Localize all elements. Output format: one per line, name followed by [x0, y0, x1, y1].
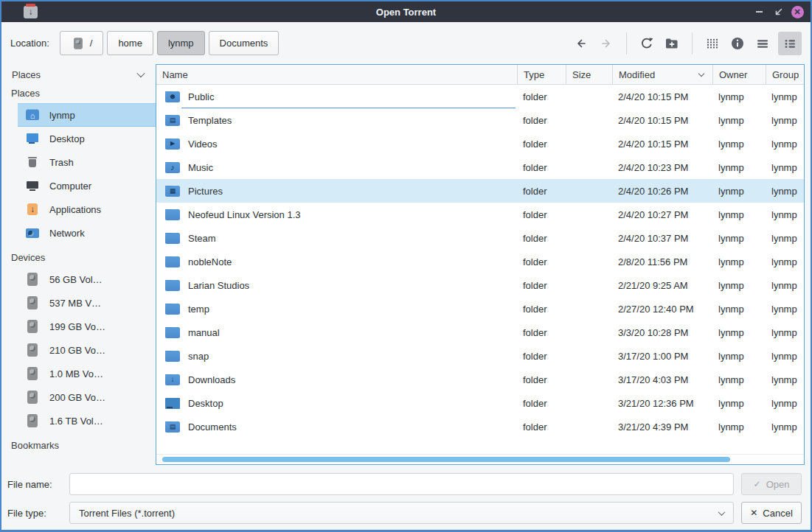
file-group: lynmp — [766, 421, 804, 433]
table-row[interactable]: Templates folder 2/4/20 10:15 PM lynmp l… — [156, 108, 804, 132]
folder-icon — [165, 327, 180, 338]
icon-view-button[interactable] — [703, 34, 722, 53]
file-name: Public — [188, 91, 214, 102]
column-header-modified[interactable]: Modified — [612, 65, 712, 84]
devices-list: 56 GB Vol… 537 MB V… 199 GB Vo… — [1, 267, 156, 433]
maximize-button[interactable] — [771, 4, 785, 19]
sidebar-item[interactable]: Desktop — [1, 127, 156, 150]
short-list-button[interactable] — [753, 34, 772, 53]
titlebar: Open Torrent ✕ — [1, 1, 811, 22]
sidebar-item-label: 199 GB Vo… — [49, 321, 105, 332]
sidebar-item-label: Trash — [49, 157, 74, 168]
table-row[interactable]: snap folder 3/17/20 1:00 PM lynmp lynmp — [156, 344, 804, 368]
file-modified: 3/17/20 1:00 PM — [612, 351, 712, 362]
toolbar-separator — [692, 32, 693, 55]
sidebar-item-device[interactable]: 210 GB Vo… — [1, 338, 156, 362]
forward-button[interactable] — [597, 34, 616, 53]
sidebar-item[interactable]: Computer — [1, 174, 156, 197]
table-row[interactable]: nobleNote folder 2/8/20 11:56 PM lynmp l… — [156, 250, 804, 273]
breadcrumb-documents[interactable]: Documents — [209, 31, 280, 55]
table-row[interactable]: Desktop folder 3/21/20 12:36 PM lynmp ly… — [156, 391, 804, 415]
table-row[interactable]: Neofeud Linux Version 1.3 folder 2/4/20 … — [156, 203, 804, 226]
horizontal-scrollbar[interactable] — [156, 454, 804, 464]
table-row[interactable]: temp folder 2/27/20 12:40 PM lynmp lynmp — [156, 297, 804, 321]
new-folder-button[interactable] — [662, 34, 681, 53]
sidebar-item-label: lynmp — [49, 110, 75, 121]
file-type-label: File type: — [7, 508, 62, 519]
drive-icon — [25, 272, 40, 287]
file-modified: 2/8/20 11:56 PM — [612, 256, 712, 267]
table-row[interactable]: Downloads folder 3/17/20 4:03 PM lynmp l… — [156, 368, 804, 391]
sidebar-item[interactable]: Applications — [1, 197, 156, 221]
section-label-places: Places — [1, 80, 156, 103]
file-owner: lynmp — [712, 256, 766, 267]
place-icon — [25, 202, 40, 217]
sidebar-item-device[interactable]: 199 GB Vo… — [1, 315, 156, 338]
file-owner: lynmp — [712, 280, 766, 291]
toolbar-separator — [626, 32, 627, 55]
file-owner: lynmp — [712, 374, 766, 385]
open-button[interactable]: ✓ Open — [741, 473, 802, 495]
file-type: folder — [517, 162, 566, 173]
file-name: Desktop — [188, 398, 223, 409]
file-modified: 3/3/20 10:28 PM — [612, 327, 712, 338]
file-group: lynmp — [766, 233, 804, 244]
folder-icon — [165, 186, 180, 197]
breadcrumb-root[interactable]: / — [60, 31, 104, 55]
breadcrumb-lynmp[interactable]: lynmp — [157, 31, 205, 55]
back-button[interactable] — [572, 34, 591, 53]
refresh-button[interactable] — [637, 34, 656, 53]
file-modified: 2/4/20 10:27 PM — [612, 209, 712, 220]
column-header-type[interactable]: Type — [517, 65, 566, 84]
file-name-input[interactable] — [69, 473, 734, 495]
minimize-icon — [756, 11, 763, 13]
sidebar-item-device[interactable]: 200 GB Vo… — [1, 385, 156, 409]
minimize-button[interactable] — [752, 4, 766, 19]
sidebar-item-device[interactable]: 56 GB Vol… — [1, 267, 156, 291]
file-type: folder — [517, 327, 566, 338]
column-header-owner[interactable]: Owner — [712, 65, 766, 84]
table-row[interactable]: Public folder 2/4/20 10:15 PM lynmp lynm… — [156, 85, 804, 108]
place-icon — [25, 108, 40, 122]
column-header-size[interactable]: Size — [566, 65, 612, 84]
column-header-name[interactable]: Name — [156, 65, 517, 84]
table-row[interactable]: Pictures folder 2/4/20 10:26 PM lynmp ly… — [156, 179, 804, 203]
sidebar-item-device[interactable]: 1.0 MB Vo… — [1, 362, 156, 385]
places-panel-header[interactable]: Places — [1, 64, 156, 80]
table-row[interactable]: Documents folder 3/21/20 4:39 PM lynmp l… — [156, 415, 804, 438]
file-type-select[interactable]: Torrent Files (*.torrent) — [69, 502, 734, 524]
table-row[interactable]: Videos folder 2/4/20 10:15 PM lynmp lynm… — [156, 132, 804, 155]
check-icon: ✓ — [754, 480, 761, 489]
table-row[interactable]: Music folder 2/4/20 10:23 PM lynmp lynmp — [156, 155, 804, 179]
file-owner: lynmp — [712, 91, 766, 102]
file-owner: lynmp — [712, 233, 766, 244]
table-row[interactable]: Larian Studios folder 2/21/20 9:25 AM ly… — [156, 273, 804, 297]
file-modified: 3/17/20 4:03 PM — [612, 374, 712, 385]
sidebar-item[interactable]: lynmp — [18, 103, 156, 127]
table-row[interactable]: manual folder 3/3/20 10:28 PM lynmp lynm… — [156, 321, 804, 344]
breadcrumb-home[interactable]: home — [107, 31, 153, 55]
sidebar-item-device[interactable]: 1.6 TB Vol… — [1, 409, 156, 433]
file-group: lynmp — [766, 139, 804, 150]
file-type: folder — [517, 351, 566, 362]
sidebar-item-label: 537 MB V… — [49, 298, 101, 309]
column-header-group[interactable]: Group — [766, 65, 804, 84]
breadcrumb-label: Documents — [220, 38, 268, 49]
breadcrumb-label: lynmp — [168, 38, 194, 49]
file-name: manual — [188, 327, 220, 338]
folder-icon — [165, 139, 180, 150]
sidebar-item[interactable]: Network — [1, 221, 156, 245]
file-type-value: Torrent Files (*.torrent) — [79, 508, 175, 519]
close-button[interactable]: ✕ — [790, 4, 805, 19]
cancel-button[interactable]: ✕ Cancel — [741, 502, 802, 524]
sidebar-item-device[interactable]: 537 MB V… — [1, 291, 156, 315]
places-sidebar: Places Places lynmp Desktop — [1, 64, 156, 465]
scrollbar-thumb[interactable] — [162, 457, 730, 462]
detailed-list-button[interactable] — [778, 32, 802, 55]
sidebar-item-label: Network — [49, 228, 85, 239]
properties-button[interactable] — [728, 34, 747, 53]
file-name: Documents — [188, 421, 237, 433]
sidebar-item[interactable]: Trash — [1, 150, 156, 174]
table-row[interactable]: Steam folder 2/4/20 10:37 PM lynmp lynmp — [156, 226, 804, 250]
detailed-list-icon — [782, 35, 798, 52]
